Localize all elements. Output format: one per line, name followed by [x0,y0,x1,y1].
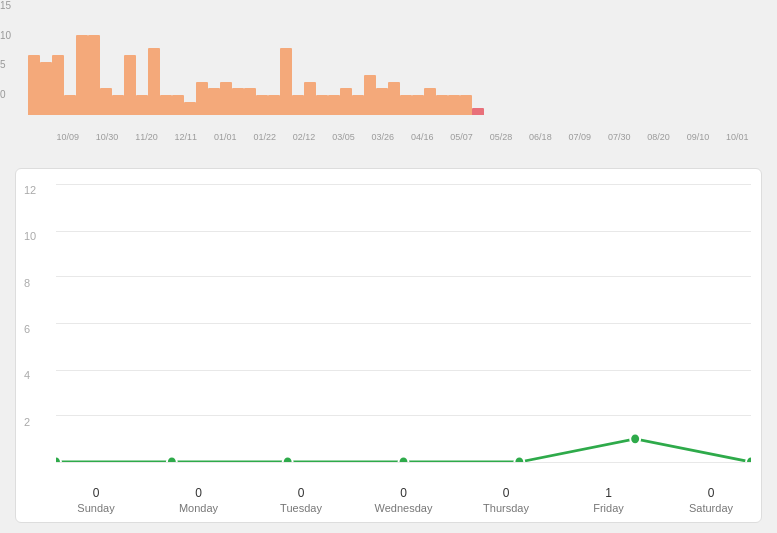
line-dot [56,456,61,462]
x-label-group: 0Wednesday [364,486,444,514]
grid-line [56,462,751,463]
bar [100,88,112,115]
bar [424,88,436,115]
top-x-label: 03/05 [324,132,363,142]
x-label-group: 0Thursday [466,486,546,514]
bar [448,95,460,115]
bar [160,95,172,115]
bar [244,88,256,115]
x-label-day: Tuesday [280,502,322,514]
bar [316,95,328,115]
bar [256,95,268,115]
bar [232,88,244,115]
bar [220,82,232,115]
top-x-label: 09/10 [678,132,717,142]
top-x-labels: 10/0910/3011/2012/1101/0101/2202/1203/05… [20,132,757,142]
top-x-label: 12/11 [166,132,205,142]
line-chart-svg [56,184,751,462]
line-dot [399,456,409,462]
bottom-line-chart: 12 10 8 6 4 2 0Sunday0Monday0Tuesday0Wed… [15,168,762,523]
top-x-label: 05/28 [481,132,520,142]
bar [64,95,76,115]
x-label-group: 0Monday [159,486,239,514]
bottom-x-labels: 0Sunday0Monday0Tuesday0Wednesday0Thursda… [56,486,751,514]
x-label-group: 0Tuesday [261,486,341,514]
x-label-group: 1Friday [569,486,649,514]
bar [400,95,412,115]
top-x-label: 07/09 [560,132,599,142]
x-label-day: Wednesday [375,502,433,514]
bar [376,88,388,115]
bar [436,95,448,115]
bar [268,95,280,115]
line-dot [167,456,177,462]
bar [304,82,316,115]
bar [148,48,160,115]
top-x-label: 10/09 [48,132,87,142]
x-label-day: Monday [179,502,218,514]
x-label-value: 0 [708,486,715,500]
bar [88,35,100,115]
bar [208,88,220,115]
top-x-label: 11/20 [127,132,166,142]
bar [136,95,148,115]
bottom-y-axis: 12 10 8 6 4 2 [24,184,36,462]
x-label-value: 1 [605,486,612,500]
top-x-label: 04/16 [403,132,442,142]
bar [28,55,40,115]
bar [460,95,472,115]
x-label-day: Sunday [77,502,114,514]
bar [40,62,52,115]
bar [172,95,184,115]
bar [124,55,136,115]
top-x-label: 02/12 [284,132,323,142]
x-label-day: Thursday [483,502,529,514]
bar [76,35,88,115]
x-label-day: Saturday [689,502,733,514]
top-bar-chart: 15 10 5 0 10/0910/3011/2012/1101/0101/22… [0,0,777,160]
top-x-label: 08/20 [639,132,678,142]
bar [52,55,64,115]
top-x-label: 05/07 [442,132,481,142]
bar [352,95,364,115]
top-x-label: 10/30 [87,132,126,142]
x-label-value: 0 [400,486,407,500]
x-label-value: 0 [298,486,305,500]
bar [196,82,208,115]
bar [472,108,484,115]
bar [412,95,424,115]
x-label-group: 0Sunday [56,486,136,514]
line-dot [514,456,524,462]
top-x-label: 10/01 [718,132,757,142]
top-x-label: 01/01 [206,132,245,142]
bar [280,48,292,115]
bar [112,95,124,115]
bar [292,95,304,115]
line-dot [746,456,751,462]
top-bars-area [20,10,757,115]
bar [340,88,352,115]
x-label-value: 0 [503,486,510,500]
top-y-axis: 15 10 5 0 [0,0,11,100]
x-label-value: 0 [93,486,100,500]
x-label-group: 0Saturday [671,486,751,514]
top-x-label: 01/22 [245,132,284,142]
bar [388,82,400,115]
bar [328,95,340,115]
top-x-label: 07/30 [599,132,638,142]
line-dot [283,456,293,462]
top-x-label: 06/18 [521,132,560,142]
x-label-day: Friday [593,502,624,514]
bar [364,75,376,115]
line-dot [630,433,640,444]
bar [184,102,196,115]
x-label-value: 0 [195,486,202,500]
top-x-label: 03/26 [363,132,402,142]
